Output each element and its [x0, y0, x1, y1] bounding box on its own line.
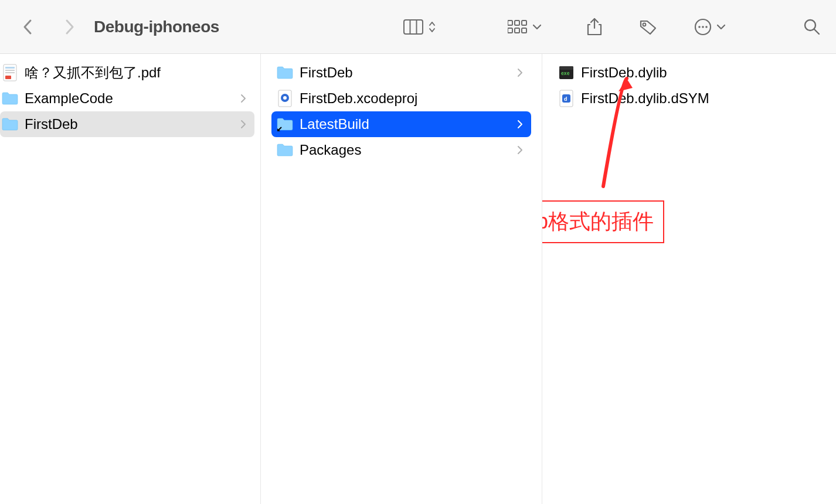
svg-point-14 — [705, 26, 708, 28]
updown-icon — [427, 15, 440, 39]
nav-group — [18, 16, 80, 38]
file-name: 啥？又抓不到包了.pdf — [25, 63, 246, 82]
folder-alias-icon — [276, 115, 294, 133]
share-button[interactable] — [583, 15, 606, 39]
svg-rect-3 — [508, 21, 512, 25]
annotation-text: 这则是dylib格式的插件 — [542, 209, 654, 233]
back-button[interactable] — [18, 16, 39, 38]
list-item[interactable]: ExampleCode — [0, 86, 254, 111]
columns-view-icon — [400, 15, 427, 39]
group-icon — [504, 15, 531, 39]
more-icon — [691, 15, 715, 39]
folder-name: FirstDeb — [25, 116, 240, 132]
svg-rect-6 — [508, 28, 512, 33]
list-item[interactable]: FirstDeb — [271, 60, 531, 86]
list-item[interactable]: Packages — [271, 137, 531, 163]
list-item[interactable]: exe FirstDeb.dylib — [553, 60, 825, 86]
file-name: FirstDeb.dylib — [581, 64, 817, 81]
list-item[interactable]: FirstDeb.xcodeproj — [271, 86, 531, 111]
list-item-selected[interactable]: LatestBuild — [271, 111, 531, 137]
search-button[interactable] — [800, 15, 824, 39]
svg-rect-4 — [515, 21, 519, 25]
list-item-selected[interactable]: FirstDeb — [0, 111, 254, 137]
annotation-label: 这则是dylib格式的插件 — [542, 200, 664, 243]
svg-rect-5 — [522, 21, 526, 25]
exec-file-icon: exe — [558, 64, 575, 81]
svg-rect-0 — [404, 20, 423, 34]
chevron-down-icon — [715, 15, 729, 39]
pdf-file-icon — [1, 64, 19, 81]
folder-icon — [276, 141, 294, 159]
search-icon — [803, 18, 821, 36]
svg-rect-8 — [522, 28, 526, 33]
svg-rect-7 — [515, 28, 519, 33]
chevron-right-icon — [517, 116, 523, 132]
chevron-right-icon — [517, 142, 523, 158]
folder-icon — [1, 90, 19, 107]
window-title: Debug-iphoneos — [94, 18, 219, 36]
svg-point-13 — [702, 26, 704, 28]
svg-line-16 — [814, 29, 819, 34]
folder-icon — [276, 64, 294, 81]
chevron-right-icon — [240, 90, 246, 107]
forward-button[interactable] — [59, 16, 80, 38]
file-name: FirstDeb.dylib.dSYM — [581, 90, 817, 107]
svg-point-10 — [643, 23, 646, 26]
folder-name: FirstDeb — [300, 64, 517, 81]
svg-rect-21 — [5, 76, 11, 79]
folder-icon — [1, 115, 19, 133]
svg-rect-26 — [559, 66, 573, 70]
back-chevron-icon — [22, 18, 35, 36]
folder-name: LatestBuild — [300, 116, 517, 132]
tag-icon — [639, 19, 658, 35]
toolbar-right — [400, 15, 824, 39]
folder-name: Packages — [300, 142, 517, 158]
more-button[interactable] — [691, 15, 729, 39]
toolbar: Debug-iphoneos — [0, 0, 836, 54]
svg-text:d: d — [564, 96, 567, 102]
group-by-button[interactable] — [504, 15, 545, 39]
chevron-right-icon — [517, 64, 523, 81]
svg-point-12 — [698, 26, 701, 28]
svg-text:exe: exe — [561, 71, 570, 76]
chevron-right-icon — [240, 116, 246, 132]
list-item[interactable]: 啥？又抓不到包了.pdf — [0, 60, 254, 86]
file-name: FirstDeb.xcodeproj — [300, 90, 523, 107]
column-1[interactable]: 啥？又抓不到包了.pdf ExampleCode FirstDeb — [0, 54, 261, 504]
svg-rect-20 — [5, 72, 15, 73]
svg-point-24 — [283, 96, 287, 100]
chevron-down-icon — [531, 15, 545, 39]
svg-rect-18 — [5, 67, 15, 69]
column-2[interactable]: FirstDeb FirstDeb.xcodeproj LatestBuild — [261, 54, 542, 504]
column-browser: 啥？又抓不到包了.pdf ExampleCode FirstDeb — [0, 54, 836, 504]
folder-name: ExampleCode — [25, 90, 240, 107]
tags-button[interactable] — [636, 15, 661, 39]
xcodeproj-icon — [276, 90, 294, 107]
forward-chevron-icon — [63, 18, 76, 36]
dsym-file-icon: d — [558, 90, 575, 107]
column-3[interactable]: exe FirstDeb.dylib d FirstDeb.dylib.dSYM… — [542, 54, 836, 504]
view-switcher[interactable] — [400, 15, 440, 39]
share-icon — [586, 18, 603, 36]
svg-rect-19 — [5, 70, 15, 71]
list-item[interactable]: d FirstDeb.dylib.dSYM — [553, 86, 825, 111]
